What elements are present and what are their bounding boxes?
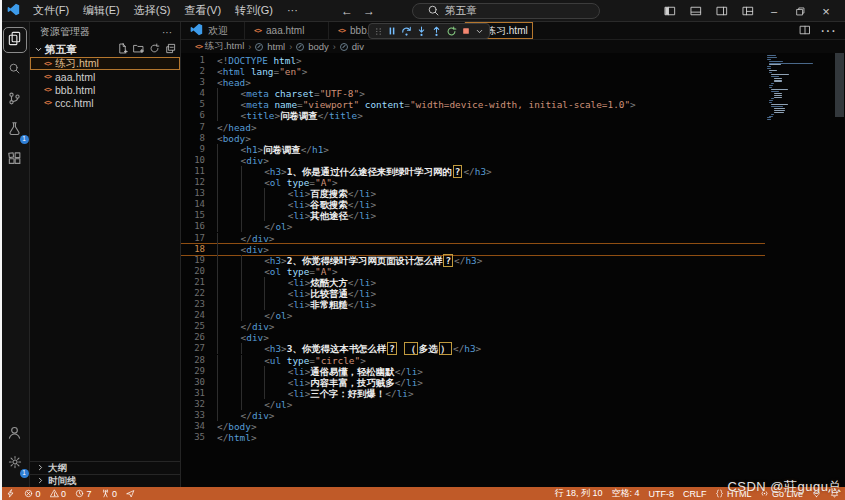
code-line-21[interactable]: 21 <li>炫酷大方</li> xyxy=(181,277,765,288)
code-line-14[interactable]: 14 <li>谷歌搜索</li> xyxy=(181,199,765,210)
split-editor-icon[interactable] xyxy=(799,22,811,40)
code-line-15[interactable]: 15 <li>其他途径</li> xyxy=(181,210,765,221)
extensions-icon[interactable] xyxy=(3,147,27,173)
code-line-2[interactable]: 2<html lang="en"> xyxy=(181,66,765,77)
window-controls: – × xyxy=(659,0,845,22)
menu-item-4[interactable]: 查看(V) xyxy=(177,0,228,21)
breadcrumb-item[interactable]: html xyxy=(267,41,285,52)
code-line-26[interactable]: 26 <div> xyxy=(181,332,765,343)
code-line-7[interactable]: 7</head> xyxy=(181,122,765,133)
code-line-6[interactable]: 6 <title>问卷调查</title> xyxy=(181,110,765,121)
code-line-27[interactable]: 27 <h3>3、你觉得这本书怎么样? （多选）</h3> xyxy=(181,343,765,354)
code-line-12[interactable]: 12 <ol type="A"> xyxy=(181,177,765,188)
code-line-11[interactable]: 11 <h3>1、你是通过什么途径来到绿叶学习网的?</h3> xyxy=(181,166,765,177)
status-left-2-error[interactable]: 0 xyxy=(24,489,41,499)
code-line-32[interactable]: 32 </ul> xyxy=(181,399,765,410)
command-center-search[interactable]: 第五章 xyxy=(412,3,600,19)
status-right-4[interactable]: CRLF xyxy=(683,489,707,499)
scrollbar[interactable] xyxy=(834,53,845,487)
close-icon[interactable]: × xyxy=(815,1,837,21)
drag-handle-icon[interactable] xyxy=(374,26,383,37)
toggle-sidebar-icon[interactable] xyxy=(659,1,681,21)
nav-forward-icon[interactable]: → xyxy=(363,4,375,18)
code-line-35[interactable]: 35</html> xyxy=(181,432,765,443)
folder-section-header[interactable]: 第五章 xyxy=(30,42,180,57)
code-line-3[interactable]: 3<head> xyxy=(181,77,765,88)
code-line-22[interactable]: 22 <li>比较普通</li> xyxy=(181,288,765,299)
code-line-9[interactable]: 9 <h1>问卷调查</h1> xyxy=(181,144,765,155)
customize-layout-icon[interactable] xyxy=(737,1,759,21)
file-item-1[interactable]: <>练习.html xyxy=(30,57,180,70)
status-left-3-warning[interactable]: 0 xyxy=(50,489,67,499)
new-folder-icon[interactable] xyxy=(133,43,144,56)
code-line-28[interactable]: 28 <ul type="circle"> xyxy=(181,355,765,366)
collapse-all-icon[interactable] xyxy=(165,43,176,56)
search-sidebar-icon[interactable] xyxy=(3,57,27,83)
code-line-10[interactable]: 10 <div> xyxy=(181,155,765,166)
code-line-34[interactable]: 34</body> xyxy=(181,421,765,432)
breadcrumb-item[interactable]: div xyxy=(352,41,364,52)
code-line-30[interactable]: 30 <li>内容丰富，技巧贼多</li> xyxy=(181,377,765,388)
file-item-3[interactable]: <>bbb.html xyxy=(30,83,180,96)
code-line-1[interactable]: 1<!DOCTYPE html> xyxy=(181,55,765,66)
restart-icon[interactable] xyxy=(446,26,457,37)
timeline-panel-header[interactable]: 时间线 xyxy=(30,474,180,487)
stop-icon[interactable] xyxy=(461,26,471,36)
tab-1[interactable]: 欢迎 xyxy=(181,22,245,39)
toggle-secondary-sidebar-icon[interactable] xyxy=(711,1,733,21)
settings-gear-icon[interactable]: 1 xyxy=(3,451,27,477)
account-icon[interactable] xyxy=(3,421,27,447)
step-over-icon[interactable] xyxy=(401,26,412,37)
code-line-20[interactable]: 20 <ol type="A"> xyxy=(181,266,765,277)
code-line-17[interactable]: 17 </div> xyxy=(181,233,765,244)
breadcrumb-item[interactable]: body xyxy=(308,41,329,52)
code-line-31[interactable]: 31 <li>三个字：好到爆！</li> xyxy=(181,388,765,399)
nav-back-icon[interactable]: ← xyxy=(341,4,353,18)
status-right-2[interactable]: 空格: 4 xyxy=(611,487,639,500)
minimize-icon[interactable]: – xyxy=(763,1,785,21)
pause-icon[interactable] xyxy=(387,26,397,36)
outline-panel-header[interactable]: 大纲 xyxy=(30,461,180,474)
refresh-icon[interactable] xyxy=(149,43,160,56)
status-right-3[interactable]: UTF-8 xyxy=(648,489,674,499)
menu-item-5[interactable]: 转到(G) xyxy=(228,0,280,21)
minimap[interactable] xyxy=(767,55,833,121)
tab-2[interactable]: <>aaa.html xyxy=(245,22,329,39)
menu-item-3[interactable]: 选择(S) xyxy=(127,0,178,21)
explorer-more-actions-icon[interactable]: ··· xyxy=(162,27,172,38)
explorer-icon[interactable] xyxy=(3,27,27,53)
status-left-1-remote[interactable] xyxy=(6,489,15,498)
menu-item-6[interactable]: ··· xyxy=(280,0,305,21)
new-file-icon[interactable] xyxy=(117,43,128,56)
code-line-4[interactable]: 4 <meta charset="UTF-8"> xyxy=(181,88,765,99)
menu-item-2[interactable]: 编辑(E) xyxy=(76,0,127,21)
run-debug-icon[interactable]: 1 xyxy=(3,117,27,143)
toggle-panel-icon[interactable] xyxy=(685,1,707,21)
stop-dropdown-icon[interactable] xyxy=(475,27,484,36)
code-line-19[interactable]: 19 <h3>2、你觉得绿叶学习网页面设计怎么样?</h3> xyxy=(181,255,765,266)
status-left-5-tower[interactable]: 0 xyxy=(101,489,118,499)
editor-more-actions-icon[interactable]: ··· xyxy=(820,22,836,40)
code-line-23[interactable]: 23 <li>非常粗糙</li> xyxy=(181,299,765,310)
status-right-1[interactable]: 行 18, 列 10 xyxy=(554,487,602,500)
breadcrumb-file[interactable]: 练习.html xyxy=(205,40,245,51)
status-left-4-clock[interactable]: 7 xyxy=(75,489,92,499)
code-line-13[interactable]: 13 <li>百度搜索</li> xyxy=(181,188,765,199)
source-control-icon[interactable] xyxy=(3,87,27,113)
code-editor[interactable]: 1<!DOCTYPE html>2<html lang="en">3<head>… xyxy=(181,53,845,487)
code-line-18[interactable]: 18 <div> xyxy=(181,244,765,255)
step-out-icon[interactable] xyxy=(431,26,442,37)
file-item-4[interactable]: <>ccc.html xyxy=(30,96,180,109)
code-line-16[interactable]: 16 </ol> xyxy=(181,221,765,232)
file-item-2[interactable]: <>aaa.html xyxy=(30,70,180,83)
step-into-icon[interactable] xyxy=(416,26,427,37)
menu-item-1[interactable]: 文件(F) xyxy=(26,0,76,21)
code-line-8[interactable]: 8<body> xyxy=(181,133,765,144)
code-line-25[interactable]: 25 </div> xyxy=(181,321,765,332)
code-line-29[interactable]: 29 <li>通俗易懂，轻松幽默</li> xyxy=(181,366,765,377)
code-line-33[interactable]: 33 </div> xyxy=(181,410,765,421)
code-line-24[interactable]: 24 </ol> xyxy=(181,310,765,321)
status-left-6-send[interactable] xyxy=(126,489,135,498)
code-line-5[interactable]: 5 <meta name="viewport" content="width=d… xyxy=(181,99,765,110)
restore-icon[interactable] xyxy=(789,1,811,21)
